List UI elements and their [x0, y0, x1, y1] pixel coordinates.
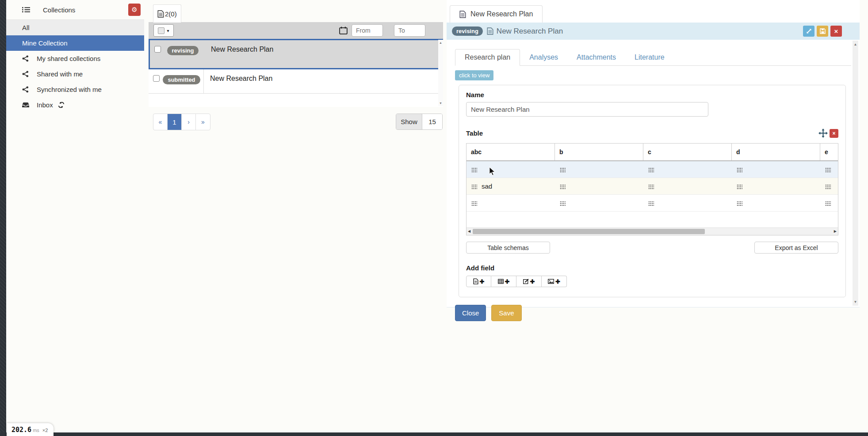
close-button[interactable]: Close: [455, 305, 486, 321]
drag-handle-icon[interactable]: [825, 167, 831, 172]
select-all-dropdown[interactable]: ▾: [153, 24, 174, 37]
window-bottom-edge: [0, 432, 868, 436]
table-row[interactable]: [467, 195, 838, 212]
show-button[interactable]: Show: [396, 114, 422, 129]
page-size-value[interactable]: 15: [422, 114, 442, 129]
close-panel-button[interactable]: ×: [830, 26, 842, 37]
drag-handle-icon[interactable]: [559, 201, 566, 206]
item-checkbox[interactable]: [153, 75, 160, 82]
profiler-badge[interactable]: 202.6 ms ×2: [7, 423, 54, 436]
page-size-control: Show 15: [396, 114, 443, 130]
edit-icon: [523, 279, 529, 284]
move-icon[interactable]: [818, 129, 828, 138]
save-button[interactable]: Save: [491, 305, 521, 321]
export-excel-button[interactable]: Export as Excel: [754, 242, 838, 254]
column-header[interactable]: e: [820, 144, 838, 160]
item-title: New Research Plan: [203, 69, 443, 93]
drag-handle-icon[interactable]: [471, 184, 477, 189]
click-to-view-badge[interactable]: click to view: [455, 70, 493, 80]
table-horizontal-scrollbar[interactable]: ◀ ▶: [467, 227, 838, 235]
tab-attachments[interactable]: Attachments: [567, 49, 625, 65]
tab-analyses[interactable]: Analyses: [520, 49, 567, 65]
pagination-page-1[interactable]: 1: [168, 114, 182, 130]
gear-icon: ⚙: [131, 6, 137, 14]
name-input[interactable]: [466, 102, 708, 117]
research-plan-list: ▾ revising New Research Plan submitted N…: [149, 22, 443, 107]
cell-value[interactable]: sad: [482, 182, 492, 190]
sidebar-item-shared-with-me[interactable]: Shared with me: [6, 66, 144, 82]
scroll-right-icon[interactable]: ▶: [834, 230, 837, 233]
column-header[interactable]: d: [732, 144, 820, 160]
drag-handle-icon[interactable]: [736, 167, 742, 172]
table-schemas-button[interactable]: Table schemas: [466, 242, 550, 254]
sidebar-item-all[interactable]: All: [6, 20, 144, 35]
add-field-label: Add field: [466, 264, 838, 272]
drag-handle-icon[interactable]: [648, 201, 654, 206]
list-item-research-plan-2[interactable]: submitted New Research Plan: [149, 69, 443, 94]
document-icon: [487, 27, 493, 35]
refresh-icon[interactable]: [58, 102, 65, 108]
pagination: « 1 › »: [153, 114, 210, 130]
column-header[interactable]: abc: [467, 144, 555, 160]
document-icon: [157, 10, 164, 18]
drag-handle-icon[interactable]: [648, 167, 654, 172]
share-icon: [22, 71, 29, 77]
sidebar-item-my-shared-collections[interactable]: My shared collections: [6, 51, 144, 66]
detail-scrollbar[interactable]: ▲ ▼: [853, 41, 858, 306]
plus-icon: ✚: [505, 279, 510, 284]
list-tab-label: 2(0): [165, 10, 177, 18]
drag-handle-icon[interactable]: [648, 184, 654, 189]
select-all-checkbox[interactable]: [158, 27, 164, 34]
sidebar-item-label: Shared with me: [37, 70, 83, 78]
name-label: Name: [466, 91, 838, 99]
share-icon: [22, 86, 29, 93]
sidebar-item-synchronized-with-me[interactable]: Synchronized with me: [6, 82, 144, 97]
add-image-field-button[interactable]: ✚: [542, 276, 567, 287]
sidebar-title: Collections: [43, 6, 75, 14]
drag-handle-icon[interactable]: [559, 167, 566, 172]
tab-literature[interactable]: Literature: [625, 49, 674, 65]
date-to-input[interactable]: [394, 24, 425, 37]
list-tab[interactable]: 2(0): [153, 4, 181, 23]
column-header[interactable]: b: [555, 144, 643, 160]
drag-handle-icon[interactable]: [825, 201, 831, 206]
detail-title: New Research Plan: [497, 27, 563, 36]
plus-icon: ✚: [555, 279, 560, 284]
sidebar-item-mine-collection[interactable]: Mine Collection: [6, 35, 144, 51]
expand-button[interactable]: [803, 26, 814, 37]
scroll-down-icon[interactable]: ▼: [439, 102, 442, 105]
add-table-field-button[interactable]: ✚: [491, 276, 516, 287]
pagination-next-button[interactable]: ›: [182, 114, 196, 130]
scroll-left-icon[interactable]: ◀: [468, 230, 470, 233]
remove-table-button[interactable]: ×: [830, 129, 838, 138]
save-icon-button[interactable]: [817, 26, 828, 37]
item-checkbox[interactable]: [154, 46, 161, 53]
date-from-input[interactable]: [352, 24, 383, 37]
scroll-up-icon[interactable]: ▲: [439, 41, 442, 44]
drag-handle-icon[interactable]: [825, 184, 831, 189]
pagination-last-button[interactable]: »: [196, 114, 210, 130]
pagination-first-button[interactable]: «: [153, 114, 168, 130]
add-text-field-button[interactable]: ✚: [466, 276, 491, 287]
table-row[interactable]: [467, 161, 838, 178]
scroll-up-icon[interactable]: ▲: [854, 42, 857, 46]
tab-research-plan[interactable]: Research plan: [455, 49, 520, 66]
list-item-research-plan-1[interactable]: revising New Research Plan: [149, 39, 443, 69]
collections-settings-button[interactable]: ⚙: [128, 4, 141, 16]
sidebar-item-inbox[interactable]: Inbox: [6, 97, 144, 113]
drag-handle-icon[interactable]: [736, 184, 742, 189]
drag-handle-icon[interactable]: [736, 201, 742, 206]
drag-handle-icon[interactable]: [471, 167, 477, 172]
add-edit-field-button[interactable]: ✚: [516, 276, 542, 287]
table-row[interactable]: sad: [467, 178, 838, 195]
chevron-down-icon: ▾: [167, 28, 169, 33]
column-header[interactable]: c: [643, 144, 732, 160]
list-scrollbar[interactable]: ▲ ▼: [438, 40, 443, 106]
drag-handle-icon[interactable]: [471, 201, 477, 206]
image-icon: [548, 279, 554, 284]
calendar-icon: [339, 27, 348, 34]
scrollbar-thumb[interactable]: [473, 229, 705, 234]
drag-handle-icon[interactable]: [559, 184, 566, 189]
detail-tab[interactable]: New Research Plan: [450, 5, 543, 23]
scroll-down-icon[interactable]: ▼: [854, 300, 857, 304]
